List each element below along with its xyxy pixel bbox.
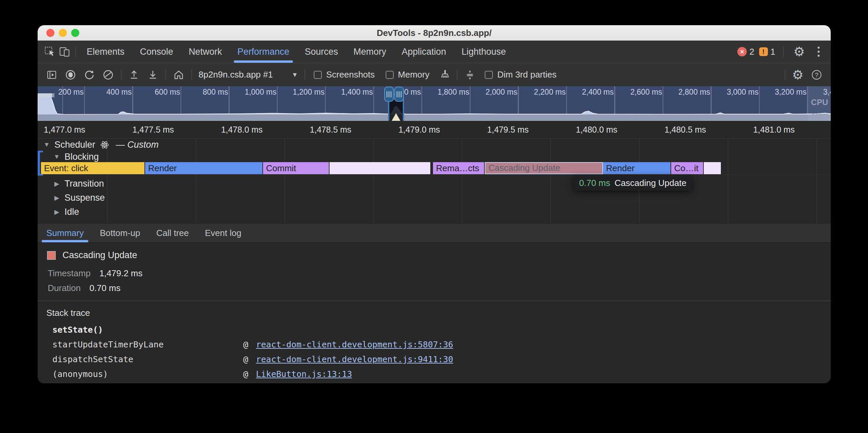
selection-left-handle[interactable] [384,87,394,102]
memory-checkbox[interactable]: Memory [385,69,430,80]
event-color-swatch [47,251,56,260]
dim-3rd-parties-label: Dim 3rd parties [497,69,556,80]
duration-label: Duration [48,283,81,293]
separator [305,69,305,80]
frame-source-link[interactable]: react-dom-client.development.js:5807:36 [256,337,453,352]
flame-commit-2[interactable]: Co…it [671,162,704,174]
transition-label: Transition [64,178,104,189]
tick-label: 3,200 ms [775,88,807,97]
triangle-down-icon: ▼ [43,141,51,148]
error-icon: × [737,47,747,56]
tab-application[interactable]: Application [394,41,454,63]
cpu-lane-label: CPU [811,98,828,107]
tab-network[interactable]: Network [181,41,230,63]
dim-3rd-parties-checkbox[interactable]: Dim 3rd parties [485,69,556,80]
flame-commit[interactable]: Commit [263,162,330,174]
error-count: 2 [749,47,754,57]
group-idle[interactable]: ▶ Idle [53,206,79,218]
target-selector-dropdown[interactable]: 8p2n9n.csb.app #1 ▼ [198,69,298,80]
tab-summary[interactable]: Summary [38,224,92,242]
record-and-reload-icon[interactable] [82,67,97,82]
tick-label: 3,400 ms [823,88,831,97]
collapse-tracks-icon[interactable] [463,67,477,82]
warning-icon: ! [759,47,768,56]
flame-unlabeled[interactable] [330,162,431,174]
more-options-kebab-icon[interactable] [811,44,826,59]
console-warnings-badge[interactable]: ! 1 [759,47,775,57]
idle-label: Idle [64,207,79,217]
frame-source-link[interactable]: react-dom-client.development.js:9411:30 [256,352,453,367]
download-profile-icon[interactable] [146,67,160,82]
tab-bottom-up[interactable]: Bottom-up [92,224,148,242]
device-toolbar-icon[interactable] [57,44,72,59]
tick-label: 1,800 ms [437,88,469,97]
tick-label: 2,200 ms [534,88,566,97]
group-transition[interactable]: ▶ Transition [53,177,104,190]
stack-trace-heading: Stack trace [46,308,831,318]
ruler-tick: 1,479.0 ms [398,125,440,135]
tab-sources[interactable]: Sources [297,41,346,63]
net-lane-label: NET [812,112,828,121]
separator [783,46,784,57]
garbage-collect-broom-icon[interactable] [437,67,452,82]
selection-cpu-spike [392,113,400,121]
track-header-scheduler[interactable]: ▼ Scheduler — Custom [43,139,159,151]
selection-right-line [403,100,404,121]
flame-render[interactable]: Render [145,162,263,174]
flame-event-click[interactable]: Event: click [41,162,145,174]
home-icon[interactable] [171,67,186,82]
selected-event-title: Cascading Update [62,250,137,261]
tab-memory[interactable]: Memory [346,41,394,63]
selection-right-handle[interactable] [394,87,404,102]
row-divider [38,174,831,175]
tab-elements[interactable]: Elements [79,41,132,63]
tab-lighthouse[interactable]: Lighthouse [454,41,514,63]
separator [191,69,192,80]
inspect-element-icon[interactable] [42,44,57,59]
tab-call-tree[interactable]: Call tree [148,224,197,242]
clear-icon[interactable] [101,67,116,82]
triangle-right-icon: ▶ [53,180,60,188]
tab-console[interactable]: Console [132,41,181,63]
group-suspense[interactable]: ▶ Suspense [53,192,105,204]
react-atom-icon [100,140,109,149]
timestamp-label: Timestamp [48,268,91,278]
frame-function: dispatchSetState [53,352,133,367]
triangle-down-icon: ▼ [53,153,60,161]
devtools-window: DevTools - 8p2n9n.csb.app/ Elements Cons… [38,25,831,383]
frame-function: startUpdateTimerByLane [53,337,163,352]
tick-label: 1,000 ms [245,88,276,97]
tick-label: 800 ms [203,88,228,97]
blocking-label: Blocking [64,152,99,162]
toggle-sidebar-icon[interactable] [44,67,59,82]
flame-cascading-update[interactable]: Cascading Update [485,162,603,174]
ruler-tick: 1,477.0 ms [44,125,85,135]
frame-source-link[interactable]: LikeButton.js:13:13 [256,367,352,381]
triangle-right-icon: ▶ [53,208,60,216]
group-blocking[interactable]: ▼ Blocking [53,151,99,163]
scheduler-track: ▼ Scheduler — Custom ▼ Blocking Event: c… [38,139,831,223]
timeline-overview[interactable]: 200 ms 400 ms 600 ms 800 ms 1,000 ms 1,2… [38,86,831,121]
screenshots-label: Screenshots [326,69,375,80]
network-lane [38,114,831,121]
frame-function: (anonymous) [53,367,108,381]
summary-pane: Cascading Update Timestamp 1,479.2 ms Du… [38,243,831,383]
ruler-tick: 1,477.5 ms [132,125,174,135]
tick-label: 1,600 ms [389,88,421,97]
tab-performance[interactable]: Performance [230,41,297,63]
flame-remaining-effects[interactable]: Rema…cts [433,162,485,174]
record-icon[interactable] [63,67,78,82]
tab-event-log[interactable]: Event log [197,224,249,242]
chevron-down-icon: ▼ [291,71,298,78]
separator [75,46,75,57]
capture-settings-gear-icon[interactable]: ⚙ [790,67,805,82]
settings-gear-icon[interactable]: ⚙ [792,44,807,59]
upload-profile-icon[interactable] [127,67,142,82]
flame-unlabeled-2[interactable] [704,162,721,174]
flame-render-2[interactable]: Render [603,162,671,174]
screenshots-checkbox[interactable]: Screenshots [314,69,375,80]
help-icon[interactable]: ? [809,67,824,82]
suspense-label: Suspense [64,193,105,203]
console-errors-badge[interactable]: × 2 [737,47,754,57]
ruler-tick: 1,480.5 ms [664,125,706,135]
